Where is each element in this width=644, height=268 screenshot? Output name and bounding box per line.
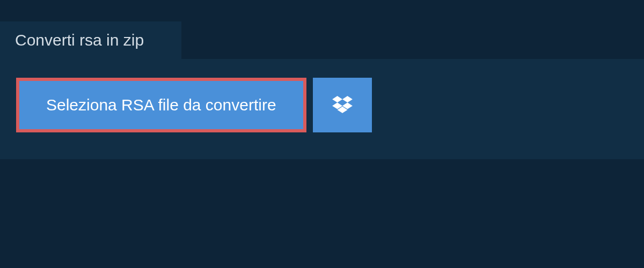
dropbox-button[interactable] bbox=[313, 78, 372, 132]
dropbox-icon bbox=[332, 96, 353, 114]
page-container: Converti rsa in zip Seleziona RSA file d… bbox=[0, 0, 644, 159]
select-file-label: Seleziona RSA file da convertire bbox=[46, 96, 276, 114]
button-row: Seleziona RSA file da convertire bbox=[16, 78, 628, 132]
main-panel: Seleziona RSA file da convertire bbox=[0, 59, 644, 159]
tab-header: Converti rsa in zip bbox=[0, 21, 181, 59]
select-file-button[interactable]: Seleziona RSA file da convertire bbox=[16, 78, 306, 132]
tab-title: Converti rsa in zip bbox=[15, 31, 144, 49]
